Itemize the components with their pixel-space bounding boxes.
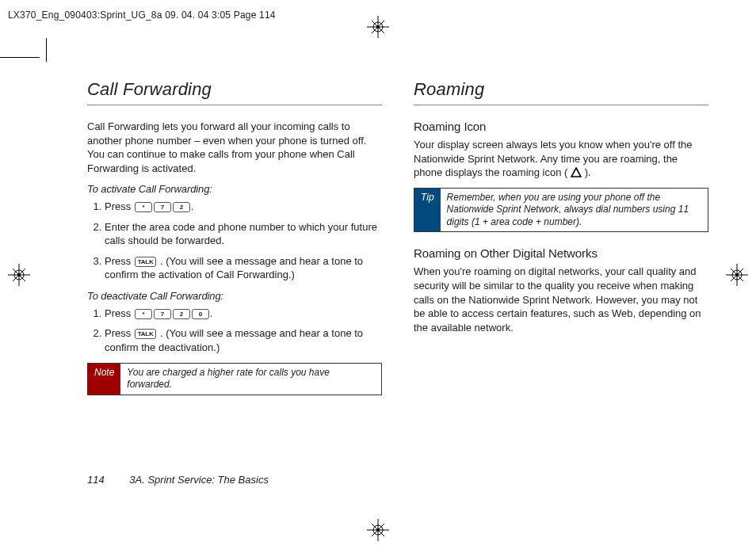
key-icon: 0 xyxy=(192,309,209,319)
registration-mark-icon xyxy=(8,264,30,286)
subheading-other-networks: Roaming on Other Digital Networks xyxy=(414,246,708,260)
page-body: Call Forwarding Call Forwarding lets you… xyxy=(87,79,708,501)
key-icon: 2 xyxy=(173,202,190,212)
step-text: . xyxy=(191,200,194,212)
note-label: Note xyxy=(88,364,120,395)
deactivate-label: To deactivate Call Forwarding: xyxy=(87,290,382,302)
note-body: You are charged a higher rate for calls … xyxy=(120,364,381,395)
activate-steps: Press *72. Enter the area code and phone… xyxy=(87,200,382,282)
deactivate-steps: Press *720. Press TALK . (You will see a… xyxy=(87,307,382,355)
talk-key-icon: TALK xyxy=(135,257,157,267)
registration-mark-icon xyxy=(367,519,389,541)
rule xyxy=(87,105,382,105)
rule xyxy=(414,105,708,105)
list-item: Press TALK . (You will see a message and… xyxy=(105,326,382,354)
activate-label: To activate Call Forwarding: xyxy=(87,183,382,195)
note-box: Note You are charged a higher rate for c… xyxy=(87,363,382,395)
list-item: Press TALK . (You will see a message and… xyxy=(105,254,382,282)
list-item: Press *720. xyxy=(105,307,382,321)
roaming-triangle-icon xyxy=(571,167,582,177)
svg-point-17 xyxy=(17,273,21,276)
tip-label: Tip xyxy=(414,189,441,232)
svg-point-23 xyxy=(735,273,739,276)
step-text: Press xyxy=(105,200,134,212)
key-icon: 7 xyxy=(154,202,171,212)
other-networks-paragraph: When you're roaming on digital networks,… xyxy=(414,265,708,334)
list-item: Press *72. xyxy=(105,200,382,214)
step-text: Press xyxy=(105,327,134,339)
talk-key-icon: TALK xyxy=(135,329,157,339)
subheading-roaming-icon: Roaming Icon xyxy=(414,120,708,133)
heading-roaming: Roaming xyxy=(414,79,708,100)
key-icon: 2 xyxy=(173,309,190,319)
key-icon: * xyxy=(135,202,152,212)
key-icon: 7 xyxy=(154,309,171,319)
column-right: Roaming Roaming Icon Your display screen… xyxy=(414,79,708,501)
key-icon: * xyxy=(135,309,152,319)
page-number: 114 xyxy=(87,474,105,486)
registration-mark-icon xyxy=(726,264,748,286)
paragraph-text: ). xyxy=(582,166,591,178)
svg-marker-24 xyxy=(571,168,581,177)
page-footer: 114 3A. Sprint Service: The Basics xyxy=(87,474,269,486)
step-text: Press xyxy=(105,307,134,319)
heading-call-forwarding: Call Forwarding xyxy=(87,79,382,100)
crop-mark-icon xyxy=(0,57,40,58)
svg-point-5 xyxy=(376,25,380,29)
crop-mark-icon xyxy=(46,38,47,62)
list-item: Enter the area code and phone number to … xyxy=(105,220,382,248)
intro-paragraph: Call Forwarding lets you forward all you… xyxy=(87,120,382,175)
print-header: LX370_Eng_090403:Sprint_UG_8a 09. 04. 04… xyxy=(8,10,276,21)
step-text: . xyxy=(210,307,213,319)
roaming-icon-paragraph: Your display screen always lets you know… xyxy=(414,138,708,180)
step-text: Press xyxy=(105,255,134,267)
tip-box: Tip Remember, when you are using your ph… xyxy=(414,188,708,233)
tip-body: Remember, when you are using your phone … xyxy=(441,189,708,232)
svg-point-11 xyxy=(376,528,380,532)
footer-section: 3A. Sprint Service: The Basics xyxy=(129,474,269,486)
paragraph-text: Your display screen always lets you know… xyxy=(414,139,693,178)
column-left: Call Forwarding Call Forwarding lets you… xyxy=(87,79,382,501)
registration-mark-icon xyxy=(367,16,389,38)
